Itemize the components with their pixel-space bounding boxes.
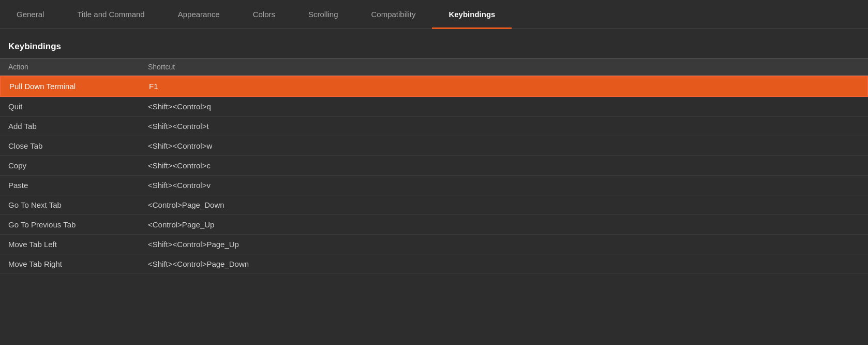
- table-row[interactable]: Close Tab<Shift><Control>w: [0, 136, 868, 156]
- col-action: Pull Down Terminal: [9, 82, 149, 91]
- tab-title-command[interactable]: Title and Command: [61, 1, 161, 29]
- col-action: Go To Previous Tab: [8, 220, 148, 229]
- col-shortcut: <Control>Page_Down: [148, 200, 225, 209]
- col-action: Move Tab Left: [8, 240, 148, 249]
- table-row[interactable]: Copy<Shift><Control>c: [0, 156, 868, 176]
- tab-appearance[interactable]: Appearance: [161, 1, 236, 29]
- tab-general[interactable]: General: [0, 1, 61, 29]
- main-content: Keybindings Action Shortcut Pull Down Te…: [0, 29, 868, 274]
- table-row[interactable]: Move Tab Left<Shift><Control>Page_Up: [0, 235, 868, 254]
- table-row[interactable]: Go To Next Tab<Control>Page_Down: [0, 195, 868, 215]
- col-action: Quit: [8, 102, 148, 111]
- col-action: Add Tab: [8, 122, 148, 131]
- tab-keybindings[interactable]: Keybindings: [432, 1, 512, 29]
- section-title: Keybindings: [0, 37, 868, 58]
- col-shortcut: <Shift><Control>Page_Up: [148, 240, 239, 249]
- col-action-header: Action: [8, 63, 148, 71]
- col-shortcut: <Shift><Control>c: [148, 161, 211, 170]
- col-action: Go To Next Tab: [8, 200, 148, 209]
- table-header: Action Shortcut: [0, 58, 868, 76]
- col-shortcut: <Shift><Control>Page_Down: [148, 260, 249, 268]
- table-row[interactable]: Add Tab<Shift><Control>t: [0, 117, 868, 136]
- tab-bar: GeneralTitle and CommandAppearanceColors…: [0, 0, 868, 29]
- col-shortcut: <Shift><Control>t: [148, 122, 209, 131]
- col-action: Paste: [8, 181, 148, 190]
- tab-colors[interactable]: Colors: [236, 1, 292, 29]
- col-shortcut: <Shift><Control>q: [148, 102, 211, 111]
- col-shortcut: <Shift><Control>v: [148, 181, 211, 190]
- tab-compatibility[interactable]: Compatibility: [355, 1, 432, 29]
- table-row[interactable]: Go To Previous Tab<Control>Page_Up: [0, 215, 868, 235]
- col-shortcut: <Shift><Control>w: [148, 141, 212, 150]
- col-action: Close Tab: [8, 141, 148, 150]
- keybindings-table: Pull Down TerminalF1Quit<Shift><Control>…: [0, 76, 868, 274]
- table-row[interactable]: Paste<Shift><Control>v: [0, 176, 868, 195]
- col-shortcut: <Control>Page_Up: [148, 220, 214, 229]
- col-action: Copy: [8, 161, 148, 170]
- col-shortcut: F1: [149, 82, 158, 91]
- col-shortcut-header: Shortcut: [148, 63, 175, 71]
- col-action: Move Tab Right: [8, 260, 148, 268]
- tab-scrolling[interactable]: Scrolling: [292, 1, 355, 29]
- table-row[interactable]: Move Tab Right<Shift><Control>Page_Down: [0, 254, 868, 274]
- table-row[interactable]: Quit<Shift><Control>q: [0, 97, 868, 117]
- table-row[interactable]: Pull Down TerminalF1: [0, 76, 868, 97]
